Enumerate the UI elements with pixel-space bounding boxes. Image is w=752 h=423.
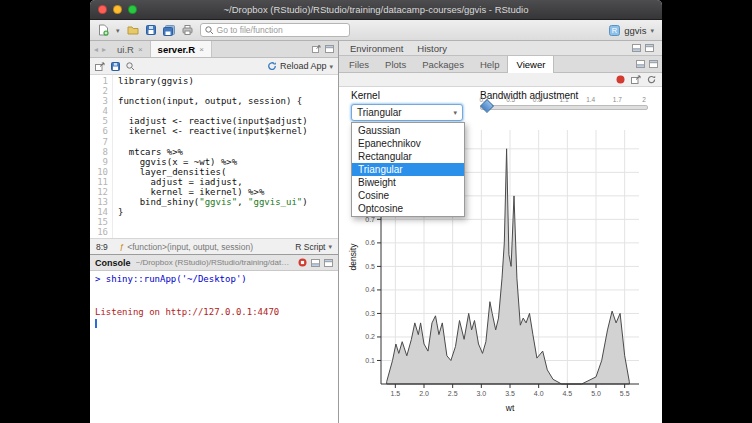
tab-plots[interactable]: Plots <box>377 56 414 72</box>
slider-scale-label: 0.5 <box>506 96 515 103</box>
maximize-pane-icon[interactable] <box>324 259 333 267</box>
pane-layout: ◂ ▸ ui.R × server.R × <box>90 41 662 423</box>
close-window-button[interactable] <box>98 5 107 14</box>
tab-help[interactable]: Help <box>472 56 508 72</box>
slider-track[interactable] <box>480 105 648 110</box>
svg-text:3.5: 3.5 <box>505 390 515 397</box>
project-menu[interactable]: R ggvis ▾ <box>609 25 654 36</box>
tab-label: ui.R <box>117 44 134 55</box>
refresh-icon[interactable] <box>647 75 656 84</box>
minimize-pane-icon[interactable] <box>311 259 320 267</box>
main-toolbar: ▾ Go to file/function R ggvis ▾ <box>90 20 662 41</box>
save-all-icon[interactable] <box>163 25 175 36</box>
function-icon: ƒ <box>120 242 124 251</box>
code-line[interactable]: ggvis(x = ~wt) %>% <box>118 157 338 167</box>
reload-app-button[interactable]: Reload App ▾ <box>267 61 333 71</box>
nav-back-icon[interactable]: ◂ <box>94 45 98 54</box>
open-folder-icon[interactable] <box>127 25 139 35</box>
print-icon[interactable] <box>182 25 193 35</box>
zoom-window-button[interactable] <box>128 5 137 14</box>
console-output[interactable]: > shiny::runApp('~/Desktop') Listening o… <box>90 271 338 423</box>
tab-label: server.R <box>158 44 196 55</box>
code-line[interactable]: adjust = iadjust, <box>118 177 338 187</box>
maximize-pane-icon[interactable] <box>649 60 658 68</box>
code-line[interactable]: bind_shiny("ggvis", "ggvis_ui") <box>118 197 338 207</box>
save-icon[interactable] <box>111 62 120 71</box>
code-line[interactable]: mtcars %>% <box>118 147 338 157</box>
file-type-selector[interactable]: R Script ▾ <box>295 242 332 252</box>
dropdown-option-epanechnikov[interactable]: Epanechnikov <box>352 137 464 150</box>
function-scope-selector[interactable]: ƒ <function>(input, output, session) <box>120 242 253 252</box>
editor-code[interactable]: library(ggvis) function(input, output, s… <box>113 75 338 238</box>
kernel-label: Kernel <box>351 90 380 101</box>
svg-text:4.0: 4.0 <box>534 390 544 397</box>
code-line[interactable] <box>118 217 338 227</box>
code-line[interactable]: iadjust <- reactive(input$adjust) <box>118 116 338 126</box>
dropdown-option-triangular[interactable]: Triangular <box>352 163 464 176</box>
goto-file-input[interactable]: Go to file/function <box>200 23 350 37</box>
close-tab-icon[interactable]: × <box>138 45 143 54</box>
chevron-down-icon[interactable]: ▾ <box>329 63 333 70</box>
code-line[interactable]: function(input, output, session) { <box>118 96 338 106</box>
code-line[interactable]: } <box>118 207 338 217</box>
line-number: 1 <box>90 76 108 86</box>
svg-text:0.1: 0.1 <box>365 357 375 364</box>
dropdown-option-cosine[interactable]: Cosine <box>352 189 464 202</box>
code-line[interactable]: library(ggvis) <box>118 76 338 86</box>
code-line[interactable] <box>118 137 338 147</box>
tab-history[interactable]: History <box>410 43 454 54</box>
line-number: 5 <box>90 116 108 126</box>
maximize-pane-icon[interactable] <box>645 44 654 52</box>
dropdown-option-gaussian[interactable]: Gaussian <box>352 124 464 137</box>
titlebar[interactable]: ~/Dropbox (RStudio)/RStudio/training/dat… <box>90 0 662 20</box>
dropdown-option-rectangular[interactable]: Rectangular <box>352 150 464 163</box>
code-line[interactable] <box>118 227 338 237</box>
scope-label: <function>(input, output, session) <box>127 242 253 252</box>
find-in-file-icon[interactable] <box>126 62 135 71</box>
tab-ui-r[interactable]: ui.R × <box>110 41 151 57</box>
stop-app-icon[interactable] <box>616 75 625 84</box>
stop-icon[interactable] <box>298 258 307 267</box>
popout-pane-icon[interactable] <box>312 45 321 53</box>
dropdown-option-biweight[interactable]: Biweight <box>352 176 464 189</box>
open-in-browser-icon[interactable] <box>631 75 641 84</box>
svg-text:5.0: 5.0 <box>591 390 601 397</box>
cursor-position: 8:9 <box>96 242 108 252</box>
maximize-pane-icon[interactable] <box>325 45 334 53</box>
nav-forward-icon[interactable]: ▸ <box>102 45 106 54</box>
minimize-pane-icon[interactable] <box>636 60 645 68</box>
svg-text:4.5: 4.5 <box>562 390 572 397</box>
save-icon[interactable] <box>146 25 156 35</box>
console-header[interactable]: Console ~/Dropbox (RStudio)/RStudio/trai… <box>90 255 338 271</box>
svg-text:0.5: 0.5 <box>365 263 375 270</box>
code-line[interactable]: kernel = ikernel) %>% <box>118 187 338 197</box>
tab-environment[interactable]: Environment <box>343 43 410 54</box>
console-line-blank <box>95 285 333 296</box>
line-number: 7 <box>90 137 108 147</box>
minimize-pane-icon[interactable] <box>632 44 641 52</box>
minimize-window-button[interactable] <box>113 5 122 14</box>
tab-viewer[interactable]: Viewer <box>507 56 554 73</box>
chevron-down-icon[interactable]: ▾ <box>116 27 120 34</box>
show-in-new-window-icon[interactable] <box>95 62 105 71</box>
kernel-select[interactable]: Triangular ▾ <box>351 104 463 121</box>
tab-packages[interactable]: Packages <box>414 56 472 72</box>
file-type-label: R Script <box>295 242 325 252</box>
editor[interactable]: 12345678910111213141516 library(ggvis) f… <box>90 75 338 238</box>
line-number: 13 <box>90 197 108 207</box>
tab-files[interactable]: Files <box>341 56 377 72</box>
code-line[interactable]: layer_densities( <box>118 167 338 177</box>
close-tab-icon[interactable]: × <box>199 45 204 54</box>
slider-scale-label: 1.7 <box>613 96 622 103</box>
tab-server-r[interactable]: server.R × <box>151 41 212 57</box>
window-title: ~/Dropbox (RStudio)/RStudio/training/dat… <box>224 4 529 15</box>
code-line[interactable] <box>118 106 338 116</box>
bandwidth-slider[interactable]: 0.20.50.81.11.41.72 <box>480 96 648 114</box>
new-file-icon[interactable] <box>98 24 109 36</box>
dropdown-option-optcosine[interactable]: Optcosine <box>352 202 464 215</box>
editor-gutter: 12345678910111213141516 <box>90 75 113 238</box>
code-line[interactable] <box>118 86 338 96</box>
code-line[interactable]: ikernel <- reactive(input$kernel) <box>118 126 338 136</box>
line-number: 8 <box>90 147 108 157</box>
svg-text:0.6: 0.6 <box>365 239 375 246</box>
